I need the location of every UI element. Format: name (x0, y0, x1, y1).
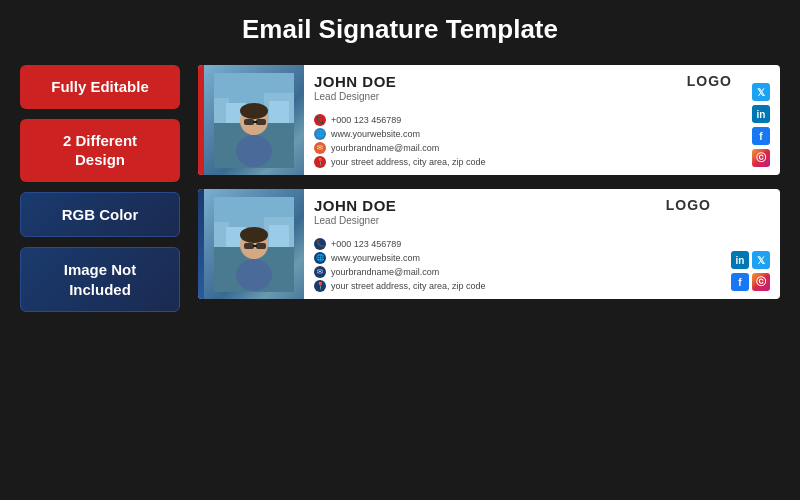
svg-rect-27 (253, 245, 257, 247)
badge-different-design: 2 Different Design (20, 119, 180, 182)
badges-column: Fully Editable 2 Different Design RGB Co… (20, 55, 180, 500)
sig-title-1: Lead Designer (314, 91, 396, 102)
sig-photo-2 (204, 189, 304, 299)
phone-icon-2: 📞 (314, 238, 326, 250)
instagram-icon-2[interactable]: ⓒ (752, 273, 770, 291)
address-icon-1: 📍 (314, 156, 326, 168)
contact-email-2: ✉ yourbrandname@mail.com (314, 266, 711, 278)
phone-icon-1: 📞 (314, 114, 326, 126)
facebook-icon-1[interactable]: f (752, 127, 770, 145)
contact-address-2: 📍 your street address, city area, zip co… (314, 280, 711, 292)
facebook-icon-2[interactable]: f (731, 273, 749, 291)
sig-photo-1 (204, 65, 304, 175)
sig-name-block-2: JOHN DOE Lead Designer (314, 197, 396, 226)
svg-point-7 (236, 135, 272, 167)
sig-contacts-1: 📞 +000 123 456789 🌐 www.yourwebsite.com … (314, 114, 732, 168)
sig-contacts-2: 📞 +000 123 456789 🌐 www.yourwebsite.com … (314, 238, 711, 292)
svg-rect-19 (269, 225, 289, 247)
contact-phone-2: 📞 +000 123 456789 (314, 238, 711, 250)
badge-fully-editable: Fully Editable (20, 65, 180, 109)
contact-web-2: 🌐 www.yourwebsite.com (314, 252, 711, 264)
svg-rect-26 (256, 243, 266, 249)
main-content: Fully Editable 2 Different Design RGB Co… (0, 55, 800, 500)
social-row-top-2: in 𝕏 (731, 251, 770, 269)
svg-rect-12 (256, 119, 266, 125)
svg-point-21 (236, 259, 272, 291)
sig-socials-1: 𝕏 in f ⓒ (742, 65, 780, 175)
svg-rect-13 (253, 121, 257, 123)
twitter-icon-2[interactable]: 𝕏 (752, 251, 770, 269)
svg-point-24 (240, 227, 268, 243)
signature-card-1: JOHN DOE Lead Designer LOGO 📞 +000 123 4… (198, 65, 780, 175)
contact-address-1: 📍 your street address, city area, zip co… (314, 156, 732, 168)
sig-header-2: JOHN DOE Lead Designer LOGO (314, 197, 711, 226)
svg-rect-5 (269, 101, 289, 123)
svg-rect-11 (244, 119, 254, 125)
linkedin-icon-2[interactable]: in (731, 251, 749, 269)
email-icon-1: ✉ (314, 142, 326, 154)
email-icon-2: ✉ (314, 266, 326, 278)
sig-logo-2: LOGO (666, 197, 711, 213)
page-title: Email Signature Template (0, 0, 800, 55)
contact-web-1: 🌐 www.yourwebsite.com (314, 128, 732, 140)
sig-name-1: JOHN DOE (314, 73, 396, 90)
sig-title-2: Lead Designer (314, 215, 396, 226)
signature-cards-column: JOHN DOE Lead Designer LOGO 📞 +000 123 4… (198, 55, 780, 500)
signature-card-2: JOHN DOE Lead Designer LOGO 📞 +000 123 4… (198, 189, 780, 299)
linkedin-icon-1[interactable]: in (752, 105, 770, 123)
sig-content-2: JOHN DOE Lead Designer LOGO 📞 +000 123 4… (304, 189, 721, 299)
contact-phone-1: 📞 +000 123 456789 (314, 114, 732, 126)
instagram-icon-1[interactable]: ⓒ (752, 149, 770, 167)
contact-email-1: ✉ yourbrandname@mail.com (314, 142, 732, 154)
sig-name-block-1: JOHN DOE Lead Designer (314, 73, 396, 102)
sig-content-1: JOHN DOE Lead Designer LOGO 📞 +000 123 4… (304, 65, 742, 175)
web-icon-1: 🌐 (314, 128, 326, 140)
social-row-bottom-2: f ⓒ (731, 273, 770, 291)
svg-point-10 (240, 103, 268, 119)
address-icon-2: 📍 (314, 280, 326, 292)
twitter-icon-1[interactable]: 𝕏 (752, 83, 770, 101)
sig-name-2: JOHN DOE (314, 197, 396, 214)
sig-socials-2: in 𝕏 f ⓒ (721, 189, 780, 299)
badge-rgb-color: RGB Color (20, 192, 180, 238)
sig-header-1: JOHN DOE Lead Designer LOGO (314, 73, 732, 102)
sig-logo-1: LOGO (687, 73, 732, 89)
badge-image-not-included: Image Not Included (20, 247, 180, 312)
svg-rect-25 (244, 243, 254, 249)
web-icon-2: 🌐 (314, 252, 326, 264)
